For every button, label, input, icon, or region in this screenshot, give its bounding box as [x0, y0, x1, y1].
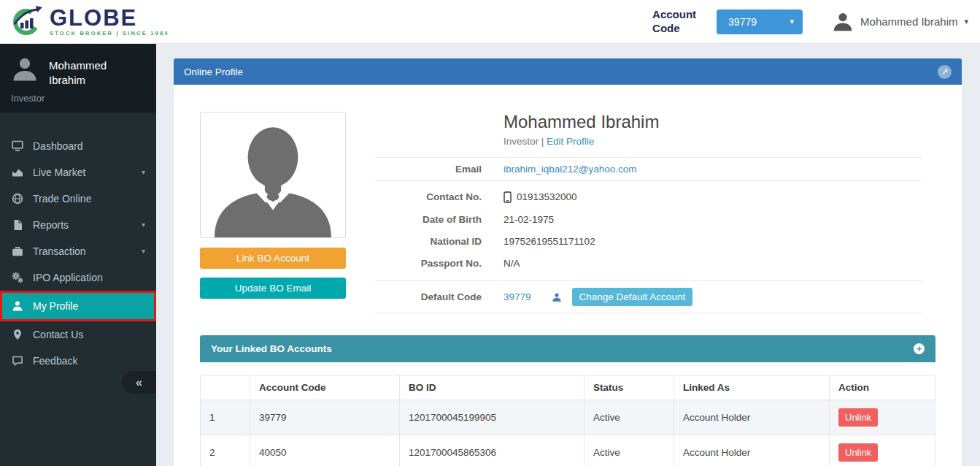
account-code-dropdown[interactable]: 39779 ▾ [717, 9, 803, 34]
globe-icon [11, 193, 24, 205]
update-bo-email-button[interactable]: Update BO Email [200, 278, 346, 299]
panel-heading: Online Profile ↗ [174, 58, 962, 85]
col-header-linked-as: Linked As [674, 375, 830, 400]
profile-name: Mohammed Ibrahim [503, 112, 922, 132]
account-code-label: Account Code [652, 8, 696, 36]
default-code-value: 39779 [503, 291, 531, 302]
user-menu-name: Mohammed Ibrahim [860, 15, 957, 28]
edit-profile-link[interactable]: Edit Profile [547, 136, 594, 147]
sidebar-menu: Dashboard Live Market ▾ Trade Online [0, 133, 156, 374]
desktop-icon [11, 140, 24, 152]
cell-status: Active [584, 400, 674, 435]
chevron-down-icon: ▾ [142, 247, 145, 255]
linked-accounts-heading: Your Linked BO Accounts + [200, 335, 935, 362]
add-account-icon[interactable]: + [914, 343, 925, 354]
panel-title: Online Profile [184, 66, 243, 77]
cell-no: 1 [201, 400, 250, 435]
cell-bo-id: 1201700045865306 [400, 435, 584, 466]
sidebar-avatar [11, 56, 39, 83]
sidebar-item-label: My Profile [33, 300, 78, 312]
sidebar-item-label: Trade Online [33, 193, 91, 205]
logo-subtitle: STOCK BROKER | SINCE 1984 [50, 31, 169, 37]
sidebar-user-panel: Mohammed Ibrahim Investor [0, 44, 156, 112]
cell-no: 2 [201, 435, 250, 466]
passport-value: N/A [503, 258, 520, 269]
online-profile-panel: Online Profile ↗ [174, 58, 962, 466]
cell-linked-as: Account Holder [674, 400, 830, 435]
sidebar: Mohammed Ibrahim Investor Dashboard Live… [0, 44, 156, 466]
sidebar-item-live-market[interactable]: Live Market ▾ [0, 159, 156, 186]
user-menu[interactable]: Mohammed Ibrahim ▾ [832, 11, 968, 33]
briefcase-icon [11, 245, 24, 257]
chevron-down-icon: ▾ [790, 18, 795, 26]
logo-title: GLOBE [50, 7, 169, 29]
col-header-bo-id: BO ID [400, 375, 584, 400]
unlink-button[interactable]: Unlink [838, 443, 878, 462]
main-content: Online Profile ↗ [156, 44, 980, 466]
sidebar-item-label: Reports [33, 219, 69, 231]
panel-collapse-icon[interactable]: ↗ [938, 65, 952, 79]
col-header-account-code: Account Code [250, 375, 400, 400]
chevron-down-icon: ▾ [142, 221, 145, 229]
account-code-value: 39779 [728, 16, 790, 28]
contact-label: Contact No. [375, 191, 482, 202]
sidebar-collapse-button[interactable]: « [122, 371, 156, 394]
email-value[interactable]: ibrahim_iqbal212@yahoo.com [503, 164, 637, 175]
comment-icon [11, 355, 24, 367]
top-header: GLOBE STOCK BROKER | SINCE 1984 Account … [0, 0, 980, 44]
default-code-label: Default Code [375, 291, 482, 302]
col-header-status: Status [584, 375, 674, 400]
sidebar-item-label: Feedback [33, 355, 77, 367]
sidebar-item-label: Live Market [33, 167, 85, 178]
profile-role: Investor [503, 136, 539, 147]
sidebar-item-label: Dashboard [33, 140, 83, 152]
sidebar-item-label: Transaction [33, 245, 86, 257]
sidebar-user-name: Mohammed Ibrahim [49, 56, 129, 88]
sidebar-item-transaction[interactable]: Transaction ▾ [0, 238, 156, 264]
sidebar-item-reports[interactable]: Reports ▾ [0, 212, 156, 238]
passport-label: Passport No. [375, 258, 482, 269]
sidebar-item-my-profile[interactable]: My Profile [0, 291, 156, 321]
email-label: Email [375, 164, 482, 175]
user-icon [11, 300, 24, 312]
cell-account-code: 40050 [250, 435, 400, 466]
app-window: GLOBE STOCK BROKER | SINCE 1984 Account … [0, 0, 980, 466]
sidebar-item-label: Contact Us [33, 329, 83, 340]
cell-linked-as: Account Holder [674, 435, 830, 466]
phone-icon [503, 191, 512, 203]
sidebar-user-role: Investor [11, 93, 145, 104]
unlink-button[interactable]: Unlink [838, 408, 878, 427]
linked-accounts-table: Account Code BO ID Status Linked As Acti… [200, 375, 935, 466]
national-id-value: 19752619551171102 [503, 236, 595, 247]
chevron-down-icon: ▾ [964, 18, 968, 26]
link-bo-account-button[interactable]: Link BO Account [200, 248, 346, 269]
sidebar-item-trade-online[interactable]: Trade Online [0, 186, 156, 212]
gears-icon [11, 272, 24, 283]
sidebar-item-contact-us[interactable]: Contact Us [0, 321, 156, 348]
file-icon [11, 219, 24, 231]
national-id-label: National ID [375, 236, 482, 247]
cell-status: Active [584, 435, 674, 466]
chevron-down-icon: ▾ [142, 168, 145, 176]
role-separator: | [541, 136, 544, 147]
change-default-account-button[interactable]: Change Default Account [572, 288, 693, 306]
person-icon [552, 292, 562, 302]
col-header-no [201, 375, 250, 400]
cell-account-code: 39779 [250, 400, 400, 435]
col-header-action: Action [830, 375, 935, 400]
profile-photo [200, 112, 346, 238]
linked-accounts-title: Your Linked BO Accounts [211, 343, 332, 354]
table-row: 1 39779 1201700045199905 Active Account … [201, 400, 935, 435]
chart-area-icon [11, 167, 24, 178]
sidebar-item-feedback[interactable]: Feedback [0, 348, 156, 374]
cell-bo-id: 1201700045199905 [400, 400, 584, 435]
sidebar-item-ipo-application[interactable]: IPO Application [0, 264, 156, 291]
map-marker-icon [11, 329, 24, 340]
user-avatar-icon [832, 11, 854, 33]
table-row: 2 40050 1201700045865306 Active Account … [201, 435, 935, 466]
sidebar-item-dashboard[interactable]: Dashboard [0, 133, 156, 159]
globe-logo[interactable]: GLOBE STOCK BROKER | SINCE 1984 [12, 5, 169, 38]
globe-logo-icon [12, 5, 44, 38]
contact-value: 01913532000 [517, 191, 577, 202]
sidebar-item-label: IPO Application [33, 272, 103, 283]
